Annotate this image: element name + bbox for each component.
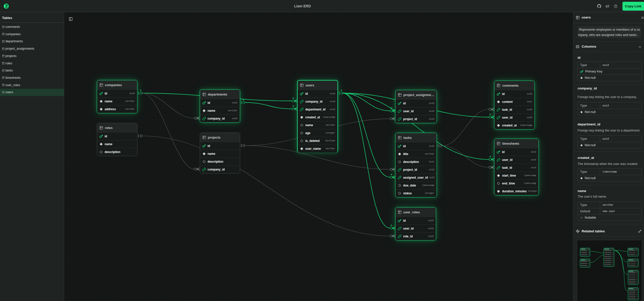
svg-text:1: 1 <box>243 98 244 101</box>
svg-text:n: n <box>293 105 294 107</box>
svg-text:1: 1 <box>341 89 342 91</box>
svg-text:n: n <box>391 173 392 176</box>
svg-text:n: n <box>391 107 392 109</box>
svg-text:n: n <box>490 155 491 158</box>
svg-text:n: n <box>391 224 392 227</box>
svg-text:1: 1 <box>140 89 141 91</box>
svg-text:n: n <box>293 97 294 99</box>
svg-text:n: n <box>490 113 491 116</box>
